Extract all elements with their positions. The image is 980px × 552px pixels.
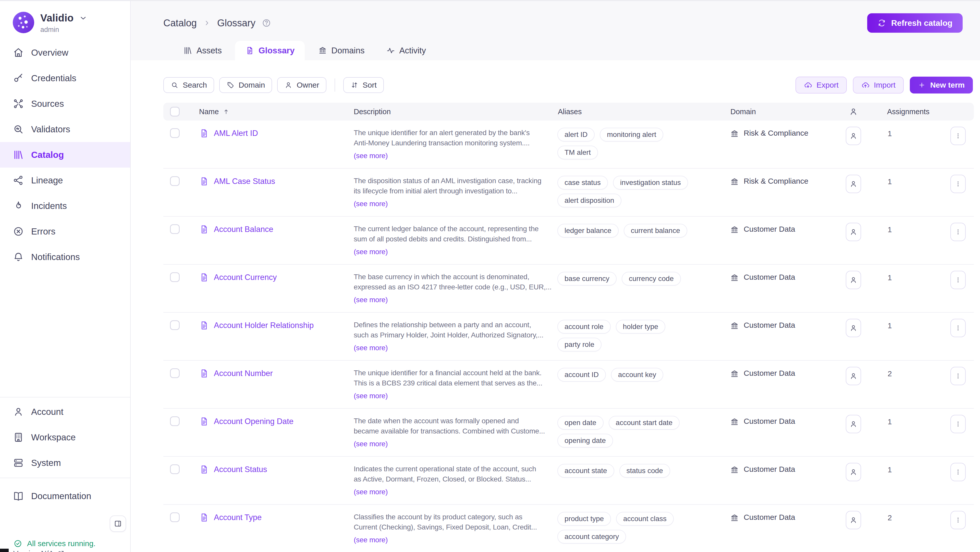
refresh-catalog-button[interactable]: Refresh catalog xyxy=(867,13,963,33)
alias-pill: case status xyxy=(557,176,608,190)
service-status: All services running. xyxy=(13,539,95,548)
sidebar-item-lineage[interactable]: Lineage xyxy=(0,168,130,193)
chevron-down-icon[interactable] xyxy=(79,14,88,23)
term-name-link[interactable]: AML Case Status xyxy=(214,177,275,187)
row-checkbox[interactable] xyxy=(170,416,180,426)
row-checkbox[interactable] xyxy=(170,464,180,474)
owner-avatar-button[interactable] xyxy=(846,127,861,145)
see-more-link[interactable]: (see more) xyxy=(354,295,388,305)
term-name-link[interactable]: Account Status xyxy=(214,465,267,475)
row-menu-button[interactable] xyxy=(950,367,966,385)
row-checkbox[interactable] xyxy=(170,320,180,330)
sidebar-item-notifications[interactable]: Notifications xyxy=(0,244,130,270)
owner-avatar-button[interactable] xyxy=(846,175,861,193)
row-menu-button[interactable] xyxy=(950,223,966,241)
see-more-link[interactable]: (see more) xyxy=(354,343,388,353)
tab-assets[interactable]: Assets xyxy=(175,41,230,60)
sidebar-item-overview[interactable]: Overview xyxy=(0,40,130,65)
bell-icon xyxy=(13,251,24,263)
term-name-link[interactable]: Account Holder Relationship xyxy=(214,321,313,330)
tab-domains[interactable]: Domains xyxy=(310,41,372,60)
sidebar-item-errors[interactable]: Errors xyxy=(0,219,130,244)
plus-icon xyxy=(918,81,926,89)
org-role: admin xyxy=(40,26,88,34)
owner-avatar-button[interactable] xyxy=(846,511,861,529)
alias-pills: account statestatus code xyxy=(549,457,722,485)
alias-pill: TM alert xyxy=(557,145,598,160)
sidebar-collapse-button[interactable] xyxy=(110,515,126,532)
owner-avatar-button[interactable] xyxy=(846,271,861,289)
topbar: Catalog Glossary Refresh catalog Assets xyxy=(130,1,980,60)
org-logo xyxy=(13,12,34,33)
term-name-link[interactable]: Account Balance xyxy=(214,225,273,235)
column-header-name[interactable]: Name xyxy=(192,107,345,116)
owner-filter-button[interactable]: Owner xyxy=(277,77,326,93)
column-header-domain: Domain xyxy=(722,107,838,116)
owner-avatar-button[interactable] xyxy=(846,319,861,337)
term-name-link[interactable]: Account Currency xyxy=(214,273,277,282)
breadcrumb-glossary[interactable]: Glossary xyxy=(217,18,256,29)
row-checkbox[interactable] xyxy=(170,224,180,234)
owner-avatar-button[interactable] xyxy=(846,367,861,385)
term-name-link[interactable]: Account Type xyxy=(214,513,262,523)
sidebar-item-sources[interactable]: Sources xyxy=(0,91,130,116)
row-checkbox[interactable] xyxy=(170,272,180,282)
sidebar-item-credentials[interactable]: Credentials xyxy=(0,65,130,91)
sidebar-item-system[interactable]: System xyxy=(0,450,130,475)
alias-pill: account category xyxy=(557,530,626,544)
see-more-link[interactable]: (see more) xyxy=(354,247,388,257)
file-text-icon xyxy=(245,46,255,55)
row-checkbox[interactable] xyxy=(170,512,180,522)
share-icon xyxy=(13,175,24,186)
new-term-button[interactable]: New term xyxy=(910,77,973,94)
see-more-link[interactable]: (see more) xyxy=(354,487,388,497)
sidebar-item-documentation[interactable]: Documentation xyxy=(0,483,130,509)
row-menu-button[interactable] xyxy=(950,415,966,433)
sort-button[interactable]: Sort xyxy=(343,77,384,93)
term-name-link[interactable]: AML Alert ID xyxy=(214,129,258,139)
external-link-icon xyxy=(57,550,65,552)
breadcrumb-catalog[interactable]: Catalog xyxy=(163,18,197,29)
owner-avatar-button[interactable] xyxy=(846,415,861,433)
alias-pill: base currency xyxy=(557,272,617,286)
row-checkbox[interactable] xyxy=(170,176,180,186)
owner-person-icon xyxy=(850,468,858,476)
import-button[interactable]: Import xyxy=(853,77,904,94)
select-all-checkbox[interactable] xyxy=(170,107,180,116)
owner-avatar-button[interactable] xyxy=(846,463,861,481)
row-menu-button[interactable] xyxy=(950,463,966,481)
domain-filter-button[interactable]: Domain xyxy=(219,77,272,93)
export-button[interactable]: Export xyxy=(795,77,847,94)
sidebar-item-account[interactable]: Account xyxy=(0,399,130,424)
row-checkbox[interactable] xyxy=(170,128,180,138)
owner-avatar-button[interactable] xyxy=(846,223,861,241)
row-menu-button[interactable] xyxy=(950,271,966,289)
row-menu-button[interactable] xyxy=(950,127,966,145)
row-menu-button[interactable] xyxy=(950,319,966,337)
term-name-link[interactable]: Account Number xyxy=(214,369,273,378)
see-more-link[interactable]: (see more) xyxy=(354,535,388,545)
org-switcher[interactable]: Validio admin xyxy=(0,1,130,34)
term-description: The unique identifier for an alert gener… xyxy=(345,121,549,168)
see-more-link[interactable]: (see more) xyxy=(354,199,388,209)
term-name-link[interactable]: Account Opening Date xyxy=(214,417,293,427)
row-menu-button[interactable] xyxy=(950,511,966,529)
see-more-link[interactable]: (see more) xyxy=(354,391,388,401)
sidebar-item-validators[interactable]: Validators xyxy=(0,116,130,142)
alias-pill: account class xyxy=(616,512,674,526)
sidebar-item-workspace[interactable]: Workspace xyxy=(0,424,130,450)
tab-glossary[interactable]: Glossary xyxy=(235,41,305,60)
row-menu-button[interactable] xyxy=(950,175,966,193)
sort-arrows-icon xyxy=(350,81,359,89)
column-header-assignments: Assignments xyxy=(878,107,942,116)
search-button[interactable]: Search xyxy=(163,77,214,93)
tab-activity[interactable]: Activity xyxy=(378,41,434,60)
alias-pill: ledger balance xyxy=(557,224,619,238)
help-circle-icon[interactable] xyxy=(262,18,271,28)
see-more-link[interactable]: (see more) xyxy=(354,151,388,161)
sidebar-item-incidents[interactable]: Incidents xyxy=(0,193,130,219)
row-checkbox[interactable] xyxy=(170,369,180,378)
see-more-link[interactable]: (see more) xyxy=(354,439,388,449)
search-icon xyxy=(170,81,179,89)
sidebar-item-catalog[interactable]: Catalog xyxy=(0,142,130,168)
